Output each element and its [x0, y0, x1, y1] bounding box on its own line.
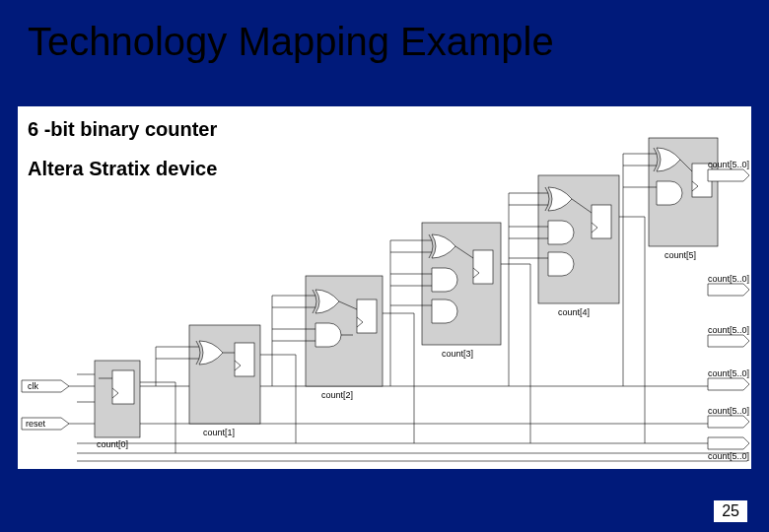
cell-count0: count[0]	[95, 361, 140, 449]
svg-rect-34	[473, 250, 493, 284]
svg-text:clk: clk	[28, 381, 38, 391]
input-pin-clk: clk	[22, 380, 69, 392]
svg-text:count[5..0]: count[5..0]	[708, 274, 749, 284]
schematic-svg: clk reset count[0]	[18, 106, 751, 469]
svg-marker-74	[708, 416, 749, 428]
svg-text:count[4]: count[4]	[558, 307, 590, 317]
svg-rect-13	[235, 343, 254, 376]
output-pin-0: count[5..0]	[708, 437, 749, 461]
svg-text:count[2]: count[2]	[321, 390, 353, 400]
svg-text:count[5]: count[5]	[664, 250, 696, 260]
output-pin-3: count[5..0]	[708, 325, 749, 347]
svg-text:count[3]: count[3]	[442, 349, 473, 359]
cell-count2: count[2]	[306, 276, 383, 400]
svg-rect-22	[357, 299, 377, 333]
svg-marker-72	[708, 378, 749, 390]
svg-text:count[5..0]: count[5..0]	[708, 406, 749, 416]
svg-text:count[1]: count[1]	[203, 428, 235, 437]
svg-marker-76	[708, 437, 749, 449]
input-pin-reset: reset	[22, 418, 69, 430]
svg-rect-5	[112, 370, 134, 404]
svg-text:count[5..0]: count[5..0]	[708, 368, 749, 378]
svg-text:count[5..0]: count[5..0]	[708, 325, 749, 335]
cell-count1: count[1]	[189, 325, 260, 437]
output-pin-2: count[5..0]	[708, 368, 749, 390]
svg-text:count[0]: count[0]	[97, 439, 128, 449]
output-pin-5: count[5..0]	[708, 160, 749, 181]
svg-marker-66	[708, 169, 749, 181]
svg-rect-46	[592, 205, 611, 238]
slide-title: Technology Mapping Example	[28, 20, 554, 64]
diagram-panel: 6 -bit binary counter Altera Stratix dev…	[18, 106, 751, 469]
cell-count4: count[4]	[538, 175, 619, 317]
svg-text:count[5..0]: count[5..0]	[708, 451, 749, 461]
output-pin-1: count[5..0]	[708, 406, 749, 428]
cell-count5: count[5]	[649, 138, 718, 260]
svg-marker-68	[708, 284, 749, 296]
output-pin-4: count[5..0]	[708, 274, 749, 296]
svg-marker-70	[708, 335, 749, 347]
cell-count3: count[3]	[422, 223, 501, 359]
page-number: 25	[714, 500, 747, 522]
svg-text:count[5..0]: count[5..0]	[708, 160, 749, 169]
svg-text:reset: reset	[26, 419, 46, 429]
